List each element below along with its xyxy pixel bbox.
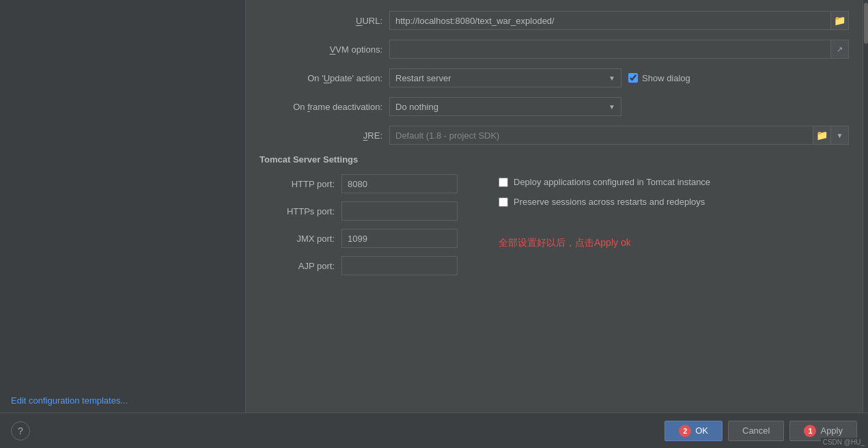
- ok-label: OK: [695, 425, 708, 436]
- scrollbar-thumb[interactable]: [864, 3, 868, 44]
- apply-badge: 1: [804, 425, 816, 437]
- jre-row: JRE: 📁 ▼: [260, 126, 849, 145]
- right-panel: UURL: 📁 VVM options: ↗ On 'Update' actio…: [246, 0, 863, 412]
- url-input-wrapper: 📁: [389, 11, 849, 30]
- update-action-row: On 'Update' action: Restart server Updat…: [260, 68, 849, 87]
- jre-wrapper: 📁 ▼: [389, 126, 849, 145]
- chinese-note: 全部设置好以后，点击Apply ok: [499, 237, 631, 249]
- preserve-checkbox-label[interactable]: Preserve sessions across restarts and re…: [514, 197, 705, 207]
- ok-button[interactable]: 2 OK: [664, 421, 723, 441]
- ports-column: HTTP port: HTTPs port: JMX port: AJP por…: [260, 174, 458, 283]
- vm-options-expand-button[interactable]: ↗: [830, 40, 848, 58]
- jre-input[interactable]: [390, 130, 813, 141]
- jre-input-area: 📁 ▼: [389, 126, 849, 145]
- watermark: CSDN @HU_: [821, 438, 867, 447]
- deploy-checkbox-wrapper: Deploy applications configured in Tomcat…: [499, 177, 710, 187]
- update-action-label: On 'Update' action:: [260, 73, 389, 83]
- update-action-select[interactable]: Restart server Update classes and resour…: [390, 73, 603, 83]
- vm-options-label: VVM options:: [260, 44, 389, 55]
- tomcat-ports-row: HTTP port: HTTPs port: JMX port: AJP por…: [260, 174, 849, 283]
- url-input[interactable]: [390, 16, 830, 26]
- url-browse-button[interactable]: 📁: [830, 12, 848, 29]
- frame-deactivation-label: On frame deactivation:: [260, 102, 389, 112]
- jmx-port-label: JMX port:: [260, 234, 341, 244]
- chinese-note-wrapper: 全部设置好以后，点击Apply ok: [485, 237, 710, 249]
- preserve-checkbox-wrapper: Preserve sessions across restarts and re…: [499, 197, 710, 207]
- tomcat-settings-section: Tomcat Server Settings HTTP port: HTTPs …: [260, 154, 849, 283]
- ajp-port-row: AJP port:: [260, 256, 458, 275]
- vm-options-row: VVM options: ↗: [260, 40, 849, 59]
- jmx-port-row: JMX port:: [260, 229, 458, 248]
- update-action-select-wrapper: Restart server Update classes and resour…: [389, 68, 621, 87]
- jre-browse-button[interactable]: 📁: [813, 126, 830, 144]
- http-port-label: HTTP port:: [260, 179, 341, 189]
- edit-config-link[interactable]: Edit configuration templates...: [11, 395, 234, 406]
- https-port-row: HTTPs port:: [260, 201, 458, 221]
- cancel-button[interactable]: Cancel: [728, 421, 784, 441]
- http-port-row: HTTP port:: [260, 174, 458, 193]
- jre-dropdown-button[interactable]: ▼: [830, 126, 848, 144]
- update-action-arrow-icon: ▼: [603, 69, 621, 87]
- show-dialog-label[interactable]: Show dialog: [642, 73, 690, 83]
- frame-deactivation-arrow-icon: ▼: [603, 98, 621, 115]
- apply-label: Apply: [820, 425, 843, 436]
- ajp-port-input[interactable]: [341, 256, 458, 275]
- bottom-bar: ? 2 OK Cancel 1 Apply: [0, 412, 868, 448]
- left-panel: Edit configuration templates...: [0, 0, 246, 412]
- url-label: UURL:: [260, 16, 389, 26]
- help-button[interactable]: ?: [11, 421, 30, 440]
- url-row: UURL: 📁: [260, 11, 849, 30]
- show-dialog-checkbox[interactable]: [628, 73, 638, 83]
- jmx-port-input[interactable]: [341, 229, 458, 248]
- https-port-label: HTTPs port:: [260, 206, 341, 216]
- frame-deactivation-select-wrapper: Do nothing Update classes and resources …: [389, 97, 621, 116]
- http-port-input[interactable]: [341, 174, 458, 193]
- frame-deactivation-row: On frame deactivation: Do nothing Update…: [260, 97, 849, 116]
- https-port-input[interactable]: [341, 201, 458, 221]
- frame-deactivation-select[interactable]: Do nothing Update classes and resources …: [390, 102, 603, 112]
- vm-options-wrapper: ↗: [389, 40, 849, 59]
- preserve-checkbox[interactable]: [499, 197, 508, 207]
- deploy-checkbox-label[interactable]: Deploy applications configured in Tomcat…: [514, 177, 710, 187]
- tomcat-settings-title: Tomcat Server Settings: [260, 154, 849, 165]
- ajp-port-label: AJP port:: [260, 261, 341, 271]
- checkboxes-column: Deploy applications configured in Tomcat…: [485, 174, 710, 283]
- scrollbar[interactable]: [863, 0, 868, 412]
- deploy-checkbox[interactable]: [499, 178, 508, 187]
- vm-options-input[interactable]: [390, 44, 830, 55]
- ok-badge: 2: [679, 425, 691, 437]
- show-dialog-wrapper: Show dialog: [628, 73, 690, 83]
- jre-label: JRE:: [260, 130, 389, 141]
